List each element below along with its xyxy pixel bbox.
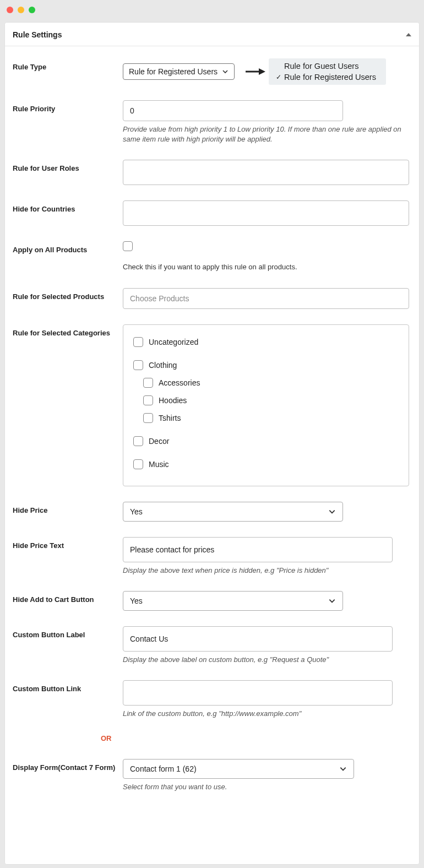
- rule-priority-input[interactable]: [123, 100, 343, 121]
- hide-price-select[interactable]: Yes: [123, 502, 343, 522]
- label-apply-all: Apply on All Products: [13, 241, 123, 254]
- label-display-form: Display Form(Contact 7 Form): [13, 759, 123, 772]
- user-roles-input[interactable]: [123, 160, 409, 185]
- panel-title: Rule Settings: [13, 30, 62, 39]
- row-custom-button-link: Custom Button Link Link of the custom bu…: [13, 680, 411, 719]
- rule-type-select[interactable]: Rule for Registered Users: [123, 63, 235, 80]
- cat-tshirts-checkbox[interactable]: [143, 413, 153, 423]
- titlebar: [0, 0, 424, 20]
- row-hide-price-text: Hide Price Text Display the above text w…: [13, 537, 411, 576]
- cat-music-checkbox[interactable]: [133, 459, 143, 469]
- row-display-form: Display Form(Contact 7 Form) Contact for…: [13, 759, 411, 792]
- svg-marker-1: [259, 68, 265, 75]
- custom-button-label-helper: Display the above label on custom button…: [123, 655, 411, 665]
- apply-all-checkbox[interactable]: [123, 241, 133, 251]
- option-registered-users[interactable]: ✓ Rule for Registered Users: [271, 72, 379, 83]
- row-rule-priority: Rule Priority Provide value from high pr…: [13, 100, 411, 144]
- chevron-down-icon: [222, 68, 229, 75]
- arrow-right-icon: [244, 67, 265, 76]
- display-form-select[interactable]: Contact form 1 (62): [123, 759, 354, 779]
- cat-clothing-checkbox[interactable]: [133, 360, 143, 370]
- row-hide-countries: Hide for Countries: [13, 200, 411, 226]
- hide-countries-input[interactable]: [123, 200, 409, 226]
- cat-accessories: Accessories: [143, 378, 399, 388]
- cat-clothing: Clothing: [133, 360, 399, 370]
- row-selected-categories: Rule for Selected Categories Uncategoriz…: [13, 324, 411, 486]
- cat-tshirts: Tshirts: [143, 413, 399, 423]
- app-window: Rule Settings Rule Type Rule for Registe…: [0, 0, 424, 868]
- chevron-down-icon: [328, 597, 336, 605]
- cat-hoodies-checkbox[interactable]: [143, 395, 153, 405]
- hide-price-value: Yes: [130, 507, 143, 516]
- label-selected-products: Rule for Selected Products: [13, 288, 123, 301]
- chevron-down-icon: [328, 508, 336, 516]
- label-user-roles: Rule for User Roles: [13, 160, 123, 172]
- or-text: OR: [101, 734, 112, 742]
- label-rule-priority: Rule Priority: [13, 100, 123, 113]
- cat-accessories-checkbox[interactable]: [143, 378, 153, 388]
- panel-body: Rule Type Rule for Registered Users: [5, 46, 419, 803]
- label-rule-type: Rule Type: [13, 58, 123, 71]
- row-user-roles: Rule for User Roles: [13, 160, 411, 185]
- row-rule-type: Rule Type Rule for Registered Users: [13, 58, 411, 85]
- rule-settings-panel: Rule Settings Rule Type Rule for Registe…: [4, 22, 420, 865]
- rule-type-options-popup: Rule for Guest Users ✓ Rule for Register…: [269, 58, 386, 85]
- hide-price-text-helper: Display the above text when price is hid…: [123, 566, 411, 576]
- rule-priority-helper: Provide value from high priority 1 to Lo…: [123, 124, 411, 144]
- row-apply-all: Apply on All Products Check this if you …: [13, 241, 411, 272]
- apply-all-helper: Check this if you want to apply this rul…: [123, 262, 411, 272]
- cat-hoodies: Hoodies: [143, 395, 399, 405]
- label-hide-price-text: Hide Price Text: [13, 537, 123, 550]
- row-selected-products: Rule for Selected Products: [13, 288, 411, 309]
- hide-add-to-cart-select[interactable]: Yes: [123, 591, 343, 611]
- cat-decor: Decor: [133, 436, 399, 446]
- custom-button-link-helper: Link of the custom button, e.g "http://w…: [123, 709, 411, 719]
- chevron-down-icon: [339, 765, 347, 773]
- display-form-helper: Select form that you want to use.: [123, 782, 411, 792]
- row-hide-price: Hide Price Yes: [13, 502, 411, 522]
- rule-type-value: Rule for Registered Users: [129, 67, 218, 76]
- cat-decor-checkbox[interactable]: [133, 436, 143, 446]
- custom-button-link-input[interactable]: [123, 680, 393, 706]
- row-hide-add-to-cart: Hide Add to Cart Button Yes: [13, 591, 411, 611]
- categories-box: Uncategorized Clothing Accessories: [123, 324, 409, 486]
- collapse-icon[interactable]: [406, 33, 411, 36]
- check-icon: ✓: [274, 72, 283, 83]
- option-guest-users[interactable]: Rule for Guest Users: [271, 61, 379, 72]
- label-hide-countries: Hide for Countries: [13, 200, 123, 213]
- close-icon[interactable]: [7, 7, 13, 13]
- label-custom-button-link: Custom Button Link: [13, 680, 123, 693]
- label-selected-categories: Rule for Selected Categories: [13, 324, 123, 337]
- label-hide-price: Hide Price: [13, 502, 123, 514]
- selected-products-input[interactable]: [123, 288, 409, 309]
- hide-add-to-cart-value: Yes: [130, 596, 143, 605]
- or-separator: OR: [13, 734, 411, 742]
- row-custom-button-label: Custom Button Label Display the above la…: [13, 626, 411, 665]
- maximize-icon[interactable]: [29, 7, 35, 13]
- hide-price-text-input[interactable]: [123, 537, 393, 562]
- minimize-icon[interactable]: [18, 7, 24, 13]
- cat-music: Music: [133, 459, 399, 469]
- cat-uncategorized-checkbox[interactable]: [133, 337, 143, 347]
- panel-header[interactable]: Rule Settings: [5, 23, 419, 46]
- display-form-value: Contact form 1 (62): [130, 764, 197, 773]
- custom-button-label-input[interactable]: [123, 626, 393, 652]
- cat-uncategorized: Uncategorized: [133, 337, 399, 347]
- label-custom-button-label: Custom Button Label: [13, 626, 123, 639]
- label-hide-add-to-cart: Hide Add to Cart Button: [13, 591, 123, 604]
